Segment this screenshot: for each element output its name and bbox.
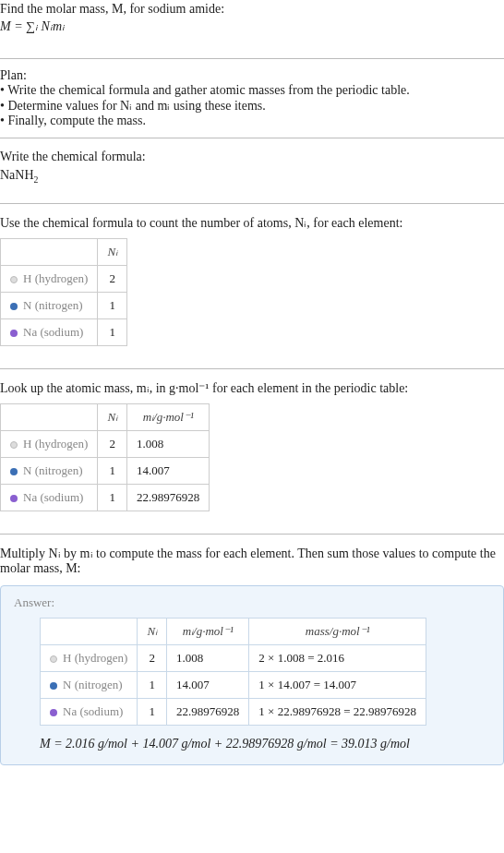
n-value: 2 [98, 430, 127, 457]
compute-section: Multiply Nᵢ by mᵢ to compute the mass fo… [0, 540, 504, 582]
m-value: 22.98976928 [167, 698, 249, 725]
element-name: H (hydrogen) [23, 271, 88, 285]
plan-item: • Write the chemical formula and gather … [0, 83, 504, 98]
element-dot-icon [10, 441, 18, 449]
step-heading: Look up the atomic mass, mᵢ, in g·mol⁻¹ … [0, 378, 504, 398]
element-name: N (nitrogen) [23, 298, 83, 312]
m-value: 14.007 [167, 671, 249, 698]
n-value: 1 [98, 292, 127, 318]
element-cell: H (hydrogen) [41, 644, 138, 671]
intro-section: Find the molar mass, M, for sodium amide… [0, 0, 504, 53]
chemical-formula: NaNH2 [0, 166, 504, 194]
element-name: H (hydrogen) [23, 437, 88, 451]
answer-table: Nᵢ mᵢ/g·mol⁻¹ mass/g·mol⁻¹ H (hydrogen) … [40, 618, 426, 726]
element-dot-icon [10, 468, 18, 475]
n-value: 2 [138, 644, 167, 671]
element-cell: N (nitrogen) [1, 457, 98, 484]
table-row: N (nitrogen) 1 [1, 292, 127, 318]
table-row: Na (sodium) 1 [1, 318, 127, 345]
answer-box: Answer: Nᵢ mᵢ/g·mol⁻¹ mass/g·mol⁻¹ H (hy… [0, 585, 504, 765]
plan-section: Plan: • Write the chemical formula and g… [0, 65, 504, 132]
element-name: Na (sodium) [23, 325, 83, 339]
table-row: H (hydrogen) 2 1.008 2 × 1.008 = 2.016 [41, 644, 426, 671]
table-row: Na (sodium) 1 22.98976928 [1, 484, 210, 511]
step-heading: Write the chemical formula: [0, 148, 504, 166]
table-row: N (nitrogen) 1 14.007 1 × 14.007 = 14.00… [41, 671, 426, 698]
col-m: mᵢ/g·mol⁻¹ [127, 403, 210, 430]
plan-heading: Plan: [0, 68, 504, 83]
atomic-mass-section: Look up the atomic mass, mᵢ, in g·mol⁻¹ … [0, 375, 504, 528]
formula-text: NaNH [0, 168, 34, 182]
intro-line: Find the molar mass, M, for sodium amide… [0, 2, 504, 17]
element-name: Na (sodium) [23, 490, 83, 504]
m-value: 1.008 [127, 430, 210, 457]
element-cell: H (hydrogen) [1, 430, 98, 457]
element-cell: Na (sodium) [1, 318, 98, 345]
atom-count-section: Use the chemical formula to count the nu… [0, 210, 504, 363]
step-heading: Use the chemical formula to count the nu… [0, 213, 504, 233]
element-name: N (nitrogen) [63, 678, 123, 691]
n-value: 1 [138, 698, 167, 725]
chemical-formula-section: Write the chemical formula: NaNH2 [0, 144, 504, 198]
col-mass: mass/g·mol⁻¹ [249, 618, 426, 644]
mass-value: 1 × 14.007 = 14.007 [249, 671, 426, 698]
element-cell: N (nitrogen) [1, 292, 98, 318]
divider [0, 138, 504, 138]
element-dot-icon [50, 682, 57, 690]
molar-mass-equation: M = ∑ᵢ Nᵢmᵢ [0, 17, 504, 45]
divider [0, 203, 504, 204]
col-n: Nᵢ [98, 238, 127, 265]
col-blank [1, 238, 98, 265]
element-dot-icon [10, 330, 18, 337]
n-value: 1 [98, 484, 127, 511]
element-name: N (nitrogen) [23, 463, 83, 477]
table-row: H (hydrogen) 2 1.008 [1, 430, 210, 457]
table-header-row: Nᵢ [1, 238, 127, 265]
n-value: 1 [98, 457, 127, 484]
m-value: 1.008 [167, 644, 249, 671]
mass-value: 1 × 22.98976928 = 22.98976928 [249, 698, 426, 725]
final-equation: M = 2.016 g/mol + 14.007 g/mol + 22.9897… [14, 737, 490, 751]
atomic-mass-table: Nᵢ mᵢ/g·mol⁻¹ H (hydrogen) 2 1.008 N (ni… [0, 403, 210, 511]
table-row: Na (sodium) 1 22.98976928 1 × 22.9897692… [41, 698, 426, 725]
col-n: Nᵢ [138, 618, 167, 644]
divider [0, 368, 504, 369]
element-dot-icon [10, 276, 18, 283]
divider [0, 534, 504, 535]
table-row: N (nitrogen) 1 14.007 [1, 457, 210, 484]
element-dot-icon [10, 303, 18, 310]
col-blank [41, 618, 138, 644]
step-heading: Multiply Nᵢ by mᵢ to compute the mass fo… [0, 544, 504, 578]
plan-item: • Determine values for Nᵢ and mᵢ using t… [0, 98, 504, 114]
element-cell: H (hydrogen) [1, 265, 98, 292]
n-value: 1 [138, 671, 167, 698]
n-value: 2 [98, 265, 127, 292]
element-dot-icon [10, 495, 18, 502]
plan-item: • Finally, compute the mass. [0, 114, 504, 128]
table-header-row: Nᵢ mᵢ/g·mol⁻¹ [1, 403, 210, 430]
m-value: 22.98976928 [127, 484, 210, 511]
element-cell: Na (sodium) [41, 698, 138, 725]
element-name: Na (sodium) [63, 704, 123, 718]
element-cell: N (nitrogen) [41, 671, 138, 698]
atom-count-table: Nᵢ H (hydrogen) 2 N (nitrogen) 1 Na (sod… [0, 238, 127, 346]
mass-value: 2 × 1.008 = 2.016 [249, 644, 426, 671]
divider [0, 58, 504, 59]
col-m: mᵢ/g·mol⁻¹ [167, 618, 249, 644]
m-value: 14.007 [127, 457, 210, 484]
n-value: 1 [98, 318, 127, 345]
element-cell: Na (sodium) [1, 484, 98, 511]
answer-label: Answer: [14, 595, 490, 610]
element-dot-icon [50, 655, 57, 663]
col-blank [1, 403, 98, 430]
element-name: H (hydrogen) [63, 651, 127, 665]
table-row: H (hydrogen) 2 [1, 265, 127, 292]
element-dot-icon [50, 709, 57, 716]
table-header-row: Nᵢ mᵢ/g·mol⁻¹ mass/g·mol⁻¹ [41, 618, 426, 644]
formula-subscript: 2 [34, 174, 39, 185]
col-n: Nᵢ [98, 403, 127, 430]
